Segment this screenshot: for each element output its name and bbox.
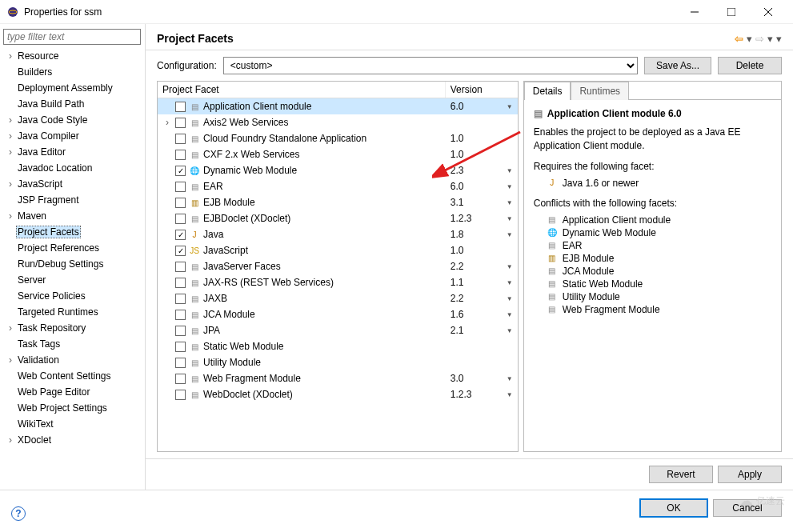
facet-row[interactable]: ▤ Web Fragment Module 3.0▼ [158,370,518,386]
facet-row[interactable]: ▤ WebDoclet (XDoclet) 1.2.3▼ [158,386,518,402]
facet-row[interactable]: ▤ JAXB 2.2▼ [158,290,518,306]
sidebar-item-validation[interactable]: ›Validation [0,352,145,368]
facet-checkbox[interactable]: ✓ [175,246,186,256]
chevron-down-icon[interactable]: ▼ [507,311,513,318]
sidebar-item-java-build-path[interactable]: ›Java Build Path [0,96,145,112]
watermark: ☁亿速云 [739,492,785,510]
facet-row[interactable]: ▥ EJB Module 3.1▼ [158,194,518,210]
sidebar-item-java-compiler[interactable]: ›Java Compiler [0,128,145,144]
facet-checkbox[interactable] [175,358,186,368]
sidebar-item-service-policies[interactable]: ›Service Policies [0,288,145,304]
sidebar-item-project-facets[interactable]: ›Project Facets [0,224,145,240]
chevron-down-icon[interactable]: ▼ [507,183,513,190]
delete-button[interactable]: Delete [718,57,782,74]
col-project-facet[interactable]: Project Facet [158,82,446,98]
facet-checkbox[interactable] [175,198,186,208]
sidebar-item-java-code-style[interactable]: ›Java Code Style [0,112,145,128]
facet-row[interactable]: ▤ EAR 6.0▼ [158,178,518,194]
minimize-button[interactable] [676,0,713,24]
sidebar-item-web-content-settings[interactable]: ›Web Content Settings [0,368,145,384]
facet-row[interactable]: ▤ JPA 2.1▼ [158,322,518,338]
sidebar-item-java-editor[interactable]: ›Java Editor [0,144,145,160]
facet-checkbox[interactable] [175,134,186,144]
sidebar-item-jsp-fragment[interactable]: ›JSP Fragment [0,192,145,208]
sidebar-item-targeted-runtimes[interactable]: ›Targeted Runtimes [0,304,145,320]
facet-checkbox[interactable]: ✓ [175,230,186,240]
sidebar-item-javadoc-location[interactable]: ›Javadoc Location [0,160,145,176]
sidebar-item-server[interactable]: ›Server [0,272,145,288]
conflicts-item: ▤Utility Module [534,290,771,303]
chevron-down-icon[interactable]: ▼ [507,167,513,174]
sidebar-item-deployment-assembly[interactable]: ›Deployment Assembly [0,80,145,96]
sidebar-item-builders[interactable]: ›Builders [0,64,145,80]
facet-row[interactable]: ▤ JavaServer Faces 2.2▼ [158,258,518,274]
ok-button[interactable]: OK [639,498,708,518]
facet-row[interactable]: ▤ Static Web Module [158,338,518,354]
facet-checkbox[interactable]: ✓ [175,166,186,176]
facet-checkbox[interactable] [175,150,186,160]
facet-row[interactable]: ✓ J Java 1.8▼ [158,226,518,242]
sidebar-item-wikitext[interactable]: ›WikiText [0,416,145,432]
facet-name: Utility Module [203,357,261,368]
sidebar-item-resource[interactable]: ›Resource [0,48,145,64]
facet-checkbox[interactable] [175,278,186,288]
chevron-down-icon[interactable]: ▼ [507,295,513,302]
facet-checkbox[interactable] [175,102,186,112]
facet-row[interactable]: › ▤ Axis2 Web Services [158,114,518,130]
facet-name: WebDoclet (XDoclet) [203,389,293,400]
facet-checkbox[interactable] [175,326,186,336]
sidebar-item-run-debug-settings[interactable]: ›Run/Debug Settings [0,256,145,272]
sidebar-item-web-project-settings[interactable]: ›Web Project Settings [0,400,145,416]
facet-checkbox[interactable] [175,262,186,272]
facet-checkbox[interactable] [175,390,186,400]
revert-button[interactable]: Revert [649,466,713,483]
chevron-down-icon[interactable]: ▼ [507,263,513,270]
chevron-down-icon[interactable]: ▼ [507,327,513,334]
facet-name: JPA [203,325,220,336]
chevron-down-icon[interactable]: ▼ [507,375,513,382]
sidebar-item-task-tags[interactable]: ›Task Tags [0,336,145,352]
chevron-down-icon[interactable]: ▼ [507,199,513,206]
maximize-button[interactable] [713,0,750,24]
facet-row[interactable]: ▤ JAX-RS (REST Web Services) 1.1▼ [158,274,518,290]
sidebar-item-javascript[interactable]: ›JavaScript [0,176,145,192]
sidebar-item-maven[interactable]: ›Maven [0,208,145,224]
facet-row[interactable]: ▤ JCA Module 1.6▼ [158,306,518,322]
facet-checkbox[interactable] [175,214,186,224]
forward-icon[interactable]: ⇨ [755,33,764,45]
tab-runtimes[interactable]: Runtimes [571,82,629,100]
chevron-down-icon[interactable]: ▼ [507,231,513,238]
config-select[interactable]: <custom> [223,57,638,74]
facet-checkbox[interactable] [175,310,186,320]
sidebar-item-label: Builders [16,66,54,78]
facet-row[interactable]: ▤ CXF 2.x Web Services 1.0 [158,146,518,162]
facet-row[interactable]: ▤ Cloud Foundry Standalone Application 1… [158,130,518,146]
facet-checkbox[interactable] [175,294,186,304]
facet-row[interactable]: ▤ Application Client module 6.0▼ [158,98,518,114]
sidebar-item-project-references[interactable]: ›Project References [0,240,145,256]
sidebar-item-web-page-editor[interactable]: ›Web Page Editor [0,384,145,400]
sidebar-item-xdoclet[interactable]: ›XDoclet [0,432,145,448]
facet-checkbox[interactable] [175,342,186,352]
sidebar-item-task-repository[interactable]: ›Task Repository [0,320,145,336]
facet-row[interactable]: ▤ Utility Module [158,354,518,370]
chevron-down-icon[interactable]: ▼ [507,391,513,398]
page-header: Project Facets ⇦▾ ⇨▾ ▾ [146,24,793,50]
facet-checkbox[interactable] [175,182,186,192]
back-icon[interactable]: ⇦ [735,33,743,45]
chevron-right-icon: › [5,354,16,366]
facet-checkbox[interactable] [175,374,186,384]
apply-button[interactable]: Apply [718,466,782,483]
help-icon[interactable]: ? [11,506,26,521]
save-as-button[interactable]: Save As... [644,57,711,74]
filter-input[interactable] [3,29,141,45]
facet-row[interactable]: ✓ 🌐 Dynamic Web Module 2.3▼ [158,162,518,178]
facet-row[interactable]: ▤ EJBDoclet (XDoclet) 1.2.3▼ [158,210,518,226]
tab-details[interactable]: Details [524,82,571,100]
facet-checkbox[interactable] [175,118,186,128]
facet-row[interactable]: ✓ JS JavaScript 1.0 [158,242,518,258]
chevron-down-icon[interactable]: ▼ [507,279,513,286]
chevron-down-icon[interactable]: ▼ [507,103,513,110]
close-button[interactable] [750,0,787,24]
chevron-down-icon[interactable]: ▼ [507,215,513,222]
